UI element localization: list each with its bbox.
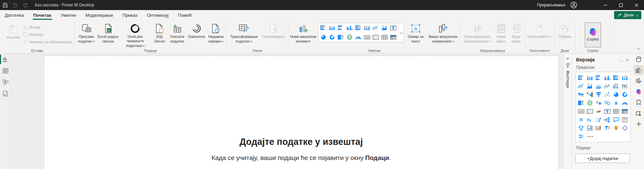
gauge-visual-icon[interactable]: [355, 35, 362, 40]
enter-data-button[interactable]: Унесите податке: [168, 22, 186, 48]
stacked-bar-visual-icon[interactable]: [320, 25, 327, 31]
paginated-report-visual-icon[interactable]: [587, 125, 593, 131]
copilot-pane-button[interactable]: [634, 87, 643, 96]
onelake-hub-button[interactable]: OneLake чвориште података: [119, 22, 152, 48]
slicer-new-visual-icon[interactable]: [604, 125, 611, 131]
table-view-button[interactable]: [0, 65, 11, 76]
sign-in-button[interactable]: Пријављивање: [537, 3, 565, 7]
matrix-visual-icon[interactable]: [621, 109, 628, 114]
stacked-bar-visual-icon[interactable]: [578, 75, 585, 80]
treemap-visual-icon[interactable]: [337, 35, 344, 40]
model-view-button[interactable]: [0, 76, 11, 88]
get-data-button[interactable]: Преузми податке: [76, 22, 96, 48]
pie-visual-icon[interactable]: [320, 35, 327, 40]
card-new-visual-icon[interactable]: 123: [595, 125, 602, 131]
multi-row-card-visual-icon[interactable]: [587, 109, 593, 114]
excel-workbook-button[interactable]: X Excel радна свеска: [97, 22, 118, 48]
tab-file[interactable]: Датотека: [0, 10, 29, 20]
100-column-visual-icon[interactable]: [364, 25, 370, 31]
dataverse-button[interactable]: Dataverse: [187, 22, 206, 48]
sql-server-button[interactable]: SQL Server: [152, 22, 167, 48]
key-influencers-visual-icon[interactable]: [595, 117, 602, 122]
100-column-visual-icon[interactable]: [621, 75, 628, 80]
donut-visual-icon[interactable]: [621, 92, 628, 97]
account-icon[interactable]: [569, 0, 579, 10]
map-visual-icon[interactable]: [346, 35, 353, 40]
line-clustered-column-visual-icon[interactable]: [613, 83, 619, 89]
report-page[interactable]: [44, 56, 559, 169]
filters-pane-label[interactable]: Филтери: [565, 70, 570, 88]
undo-icon[interactable]: [10, 0, 20, 10]
line-stacked-column-visual-icon[interactable]: [621, 83, 628, 89]
tab-view[interactable]: Приказ: [118, 10, 143, 20]
map-visual-icon[interactable]: [587, 100, 593, 106]
clustered-column-visual-icon[interactable]: [346, 25, 353, 31]
100-bar-visual-icon[interactable]: [613, 75, 619, 80]
arcgis-map-visual-icon[interactable]: [613, 125, 619, 131]
table-visual-icon[interactable]: [381, 35, 388, 40]
area-visual-icon[interactable]: [587, 83, 593, 89]
data-pane-button[interactable]: [634, 55, 643, 64]
power-automate-visual-icon[interactable]: [578, 134, 585, 139]
expand-filters-button[interactable]: «: [566, 56, 569, 61]
stacked-area-visual-icon[interactable]: [595, 83, 602, 89]
gallery-expand-button[interactable]: [398, 23, 404, 42]
multi-row-card-visual-icon[interactable]: [372, 35, 379, 40]
tab-modeling[interactable]: Моделирање: [81, 10, 118, 20]
stacked-column-visual-icon[interactable]: [329, 25, 335, 31]
table-visual-icon[interactable]: [613, 109, 619, 114]
build-visual-pane-button[interactable]: [634, 66, 643, 74]
kpi-visual-icon[interactable]: [595, 109, 602, 114]
tab-help[interactable]: Помоћ: [173, 10, 197, 20]
pie-visual-icon[interactable]: [613, 92, 619, 97]
funnel-visual-icon[interactable]: [595, 92, 602, 97]
metrics-visual-icon[interactable]: [578, 125, 585, 131]
clustered-column-visual-icon[interactable]: [604, 75, 611, 80]
format-visual-pane-button[interactable]: [634, 76, 643, 85]
new-visual-button[interactable]: Нови визуелни елемент: [290, 22, 317, 48]
dax-query-view-button[interactable]: DAX: [0, 88, 11, 99]
gauge-visual-icon[interactable]: [621, 100, 628, 106]
collapse-ribbon-button[interactable]: [637, 45, 639, 51]
share-button[interactable]: Дели: [614, 11, 641, 19]
shape-map-visual-icon[interactable]: [604, 100, 611, 106]
tab-home[interactable]: Почетак: [29, 10, 56, 20]
matrix-visual-icon[interactable]: [390, 35, 397, 40]
power-apps-visual-icon[interactable]: [621, 125, 628, 131]
redo-icon[interactable]: [20, 0, 30, 10]
card-visual-icon[interactable]: 123: [578, 109, 585, 114]
recent-sources-button[interactable]: Недавни извори: [207, 22, 225, 48]
scatter-visual-icon[interactable]: [604, 92, 611, 97]
qa-visual-icon[interactable]: [613, 117, 619, 122]
text-box-button[interactable]: A Оквир за текст: [405, 22, 426, 48]
100-bar-visual-icon[interactable]: [355, 25, 362, 31]
add-pane-button[interactable]: [634, 119, 643, 128]
tab-insert[interactable]: Уметни: [56, 10, 81, 20]
slicer-visual-icon[interactable]: [390, 25, 397, 31]
transform-data-button[interactable]: Трансформиши податке: [229, 22, 259, 48]
r-script-visual-icon[interactable]: R: [578, 117, 585, 122]
copilot-button[interactable]: Copilot: [585, 22, 601, 47]
donut-visual-icon[interactable]: [329, 35, 335, 40]
slicer-visual-icon[interactable]: [604, 109, 611, 114]
more-visuals-button[interactable]: Више визуелних елемената: [428, 22, 459, 48]
azure-map-visual-icon[interactable]: [613, 100, 619, 106]
ribbon-visual-icon[interactable]: [578, 92, 585, 97]
treemap-visual-icon[interactable]: [578, 100, 585, 106]
minimize-button[interactable]: [598, 0, 613, 10]
save-icon[interactable]: [0, 0, 10, 10]
collapse-viz-pane-button[interactable]: »: [625, 57, 630, 62]
python-script-visual-icon[interactable]: Py: [587, 117, 593, 122]
card-visual-icon[interactable]: 123: [364, 35, 370, 40]
bookmarks-pane-button[interactable]: [634, 98, 643, 107]
more-visual-icon[interactable]: [587, 134, 594, 139]
clustered-bar-visual-icon[interactable]: [595, 75, 602, 80]
line-stacked-visual-icon[interactable]: [604, 83, 611, 89]
selection-pane-button[interactable]: [634, 109, 643, 117]
report-view-button[interactable]: [0, 54, 11, 65]
clustered-bar-visual-icon[interactable]: [337, 25, 344, 31]
report-canvas[interactable]: Додајте податке у извештај Када се учита…: [11, 54, 563, 169]
filled-map-visual-icon[interactable]: [595, 100, 602, 106]
smart-narrative-visual-icon[interactable]: [621, 117, 628, 122]
area-visual-icon[interactable]: [381, 25, 388, 31]
